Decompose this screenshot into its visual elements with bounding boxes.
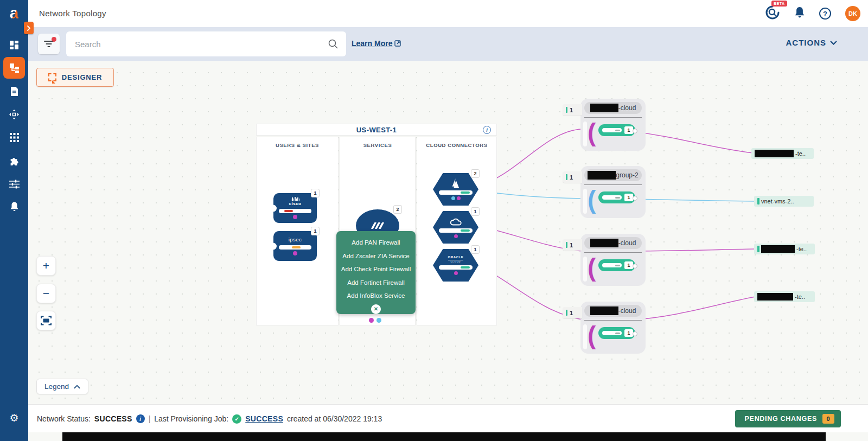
menu-item-add-fortinet[interactable]: Add Fortinet Firewall: [336, 276, 416, 290]
network-status-label: Network Status:: [37, 414, 91, 423]
app-logo[interactable]: a: [4, 3, 24, 23]
sliders-icon: [9, 180, 20, 189]
fit-screen-icon: [40, 315, 52, 326]
redacted-text: [761, 245, 795, 253]
discovery-search-button[interactable]: BETA: [765, 5, 780, 22]
connector-dot: [293, 251, 297, 255]
oracle-connector-node[interactable]: 1 ORACLE CLOUD: [433, 249, 478, 282]
status-bar: [279, 209, 311, 213]
cisco-logo-icon: [291, 197, 300, 201]
actions-dropdown[interactable]: ACTIONS: [786, 38, 838, 47]
sidebar-expand-button[interactable]: [24, 22, 34, 34]
sidebar-item-settings[interactable]: ⚙: [3, 407, 25, 429]
job-created-text: created at 06/30/2022 19:13: [287, 414, 382, 423]
sidebar-item-documents[interactable]: [3, 80, 25, 102]
page-dot[interactable]: [376, 318, 381, 323]
connector-dot-magenta: [454, 271, 458, 275]
connector-pill[interactable]: 1: [598, 191, 635, 203]
azure-icon: [450, 178, 462, 188]
connector-pill[interactable]: 1: [598, 327, 635, 339]
region-card-us-west-1: US-WEST-1 i USERS & SITES 1 cisco 1 ipse…: [256, 124, 497, 325]
designer-button[interactable]: DESIGNER: [36, 68, 114, 87]
node-count-badge: 1: [471, 207, 480, 216]
minus-icon: −: [43, 287, 49, 300]
legend-toggle[interactable]: Legend: [36, 379, 88, 394]
endpoint-label-3[interactable]: -te..: [754, 244, 815, 254]
status-bar: [439, 190, 473, 195]
connector-dot: [293, 215, 297, 219]
help-button[interactable]: ?: [819, 8, 831, 20]
close-icon[interactable]: ✕: [371, 304, 381, 314]
page-dot-active[interactable]: [369, 318, 374, 323]
connector-dot-magenta: [457, 196, 461, 200]
endpoint-label-2[interactable]: vnet-vms-2..: [754, 196, 814, 207]
redacted-text: [588, 171, 616, 180]
bottom-black-strip: [62, 432, 826, 441]
search-icon[interactable]: [328, 39, 339, 49]
menu-item-add-pan-firewall[interactable]: Add PAN Firewall: [336, 236, 416, 250]
connector-dot-blue: [451, 196, 455, 200]
gcp-connector-node[interactable]: 1: [433, 211, 478, 244]
bracket-icon: (: [588, 118, 596, 146]
sidebar-item-dashboard[interactable]: [3, 34, 25, 56]
fit-to-screen-button[interactable]: [36, 311, 56, 330]
document-icon: [10, 86, 19, 97]
cloud-segment-card-1[interactable]: 1 -cloud ( 1: [580, 99, 646, 151]
sidebar-item-apps[interactable]: [3, 126, 25, 148]
redacted-text: [590, 306, 618, 315]
segment-count-tab: 1: [563, 239, 582, 251]
sidebar-item-notifications[interactable]: [3, 196, 25, 218]
menu-item-add-zscaler-zia[interactable]: Add Zscaler ZIA Service: [336, 250, 416, 263]
segment-tick-icon: [757, 246, 760, 252]
last-job-label: Last Provisioning Job:: [154, 414, 228, 423]
search-bar: [66, 31, 346, 56]
info-icon[interactable]: i: [136, 414, 145, 423]
learn-more-link[interactable]: Learn More: [352, 39, 401, 48]
services-header: SERVICES: [340, 137, 415, 148]
pending-changes-button[interactable]: PENDING CHANGES 0: [735, 410, 841, 427]
endpoint-label-4[interactable]: -te..: [754, 291, 815, 302]
sidebar-item-integrations[interactable]: [3, 150, 25, 171]
sidebar-item-settings-sliders[interactable]: [3, 173, 25, 195]
oracle-logo: ORACLE: [448, 255, 464, 260]
node-count-badge: 1: [311, 189, 320, 197]
discovery-search-icon: [765, 5, 780, 20]
cloud-icon: [449, 217, 462, 226]
sidebar-item-network-topology[interactable]: [3, 57, 25, 79]
filter-button[interactable]: [38, 34, 60, 54]
bracket-icon: (: [588, 253, 596, 282]
region-header: US-WEST-1 i: [256, 124, 497, 136]
segment-tick-icon: [757, 198, 760, 204]
cloud-segment-card-4[interactable]: 1 -cloud ( 1: [580, 302, 646, 354]
check-circle-icon: ✓: [232, 414, 241, 424]
services-column: SERVICES 2 Add PAN Firewall Add Zscaler …: [340, 137, 416, 325]
zoom-in-button[interactable]: +: [36, 256, 56, 276]
connector-pill[interactable]: 1: [598, 124, 635, 136]
endpoint-label-1[interactable]: -te..: [751, 148, 814, 159]
info-icon[interactable]: i: [483, 126, 491, 134]
menu-item-add-infoblox[interactable]: Add InfoBlox Service: [336, 289, 416, 303]
redacted-text: [590, 239, 618, 247]
cloud-segment-card-3[interactable]: 1 -cloud ( 1: [580, 234, 646, 286]
cisco-site-node[interactable]: 1 cisco: [273, 193, 317, 223]
user-avatar[interactable]: DK: [845, 6, 860, 21]
puzzle-icon: [9, 155, 20, 166]
sidebar-item-move[interactable]: [3, 104, 25, 125]
menu-item-add-check-point[interactable]: Add Check Point Firewall: [336, 263, 416, 276]
question-mark-icon: ?: [819, 8, 831, 20]
connector-pill[interactable]: 1: [598, 259, 635, 271]
node-count-badge: 1: [311, 227, 320, 235]
status-bar: [439, 228, 473, 233]
top-bar: Network Topology BETA ? DK: [28, 0, 868, 27]
ipsec-site-node[interactable]: 1 ipsec: [273, 231, 317, 261]
search-input[interactable]: [75, 40, 328, 49]
notifications-button[interactable]: [794, 7, 805, 21]
chevron-up-icon: [74, 385, 80, 389]
node-count-badge: 2: [471, 169, 480, 178]
cloud-segment-card-2[interactable]: 1 group-2 ( 1: [580, 166, 646, 218]
cisco-label: cisco: [289, 201, 302, 206]
last-job-status-link[interactable]: SUCCESS: [245, 414, 283, 423]
azure-connector-node[interactable]: 2: [433, 173, 478, 206]
zoom-out-button[interactable]: −: [36, 284, 56, 303]
segment-count-tab: 1: [563, 171, 582, 183]
